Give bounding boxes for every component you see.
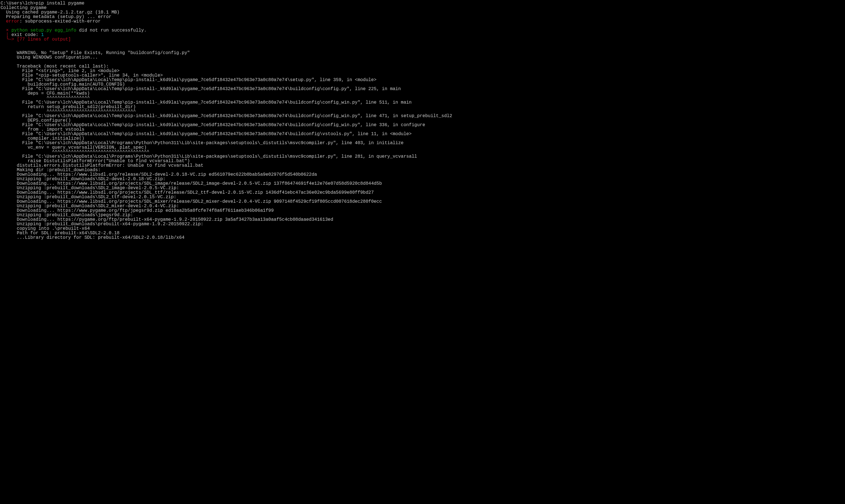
terminal-output: C:\Users\lch>pip install pygame Collecti… bbox=[0, 0, 845, 241]
egg-info-rest: did not run successfully. bbox=[76, 28, 147, 33]
error-text: : subprocess-exited-with-error bbox=[19, 19, 101, 24]
error-label: error bbox=[1, 19, 19, 24]
output-line: Using WINDOWS configuration... bbox=[1, 55, 98, 60]
box-arrow: ╰─> bbox=[1, 37, 14, 42]
output-line: ...Library directory for SDL: prebuilt-x… bbox=[1, 235, 184, 240]
terminal-scroll-area[interactable]: C:\Users\lch>pip install pygame Collecti… bbox=[0, 0, 845, 504]
lines-of-output: [77 lines of output] bbox=[14, 37, 71, 42]
